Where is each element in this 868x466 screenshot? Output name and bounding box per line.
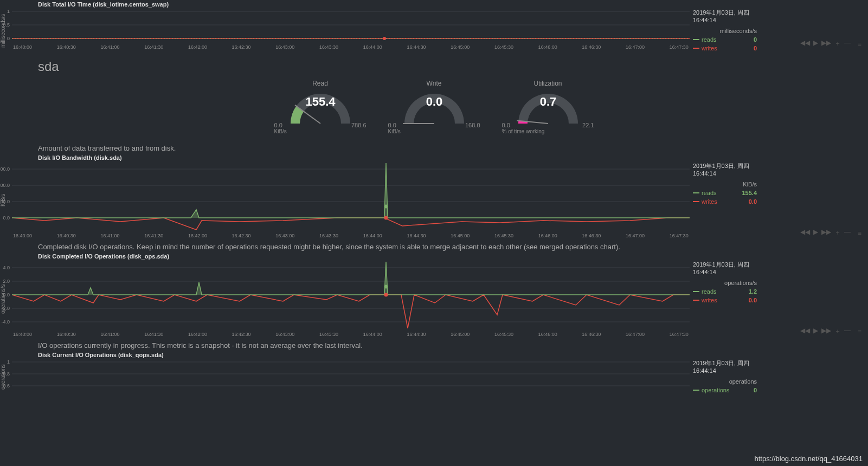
minus-icon[interactable]: —: [844, 327, 851, 336]
legend-swatch: [693, 291, 699, 292]
chart-controls: ◀◀ ▶ ▶▶ ＋ —: [800, 39, 851, 48]
gauge-label: Utilization: [502, 80, 594, 87]
legend-swatch: [693, 48, 699, 49]
y-axis-label: operations/s: [0, 261, 12, 337]
panel-bandwidth: Amount of data transferred to and from d…: [0, 144, 868, 238]
chart-title: Disk Current I/O Operations (disk_qops.s…: [38, 352, 868, 358]
gauge-arc: 0.7: [502, 88, 594, 126]
gauge-row: Read 155.4 0.0788.6 KiB/s Write 0.0 0.01…: [0, 80, 868, 134]
chart-controls: ◀◀ ▶ ▶▶ ＋ —: [800, 327, 851, 336]
x-axis: 16:40:0016:40:3016:41:0016:41:3016:42:00…: [12, 233, 690, 238]
forward-icon[interactable]: ▶▶: [821, 228, 831, 237]
legend-swatch: [693, 201, 699, 202]
gauge-utilization: Utilization 0.7 0.022.1 % of time workin…: [502, 80, 594, 134]
legend-item[interactable]: reads155.4: [693, 189, 757, 197]
forward-icon[interactable]: ▶▶: [821, 327, 831, 336]
rewind-icon[interactable]: ◀◀: [800, 228, 810, 237]
minus-icon[interactable]: —: [844, 39, 851, 48]
chart-controls: ◀◀ ▶ ▶▶ ＋ —: [800, 228, 851, 237]
chart-legend: 2019年1月03日, 周四 16:44:14 milliseconds/s r…: [690, 9, 760, 53]
legend-swatch: [693, 390, 699, 391]
chart-svg: [12, 261, 690, 328]
y-axis-label: milliseconds/s: [0, 9, 12, 53]
gauge-arc: 0.0: [388, 88, 480, 126]
legend-swatch: [693, 192, 699, 193]
chart-svg: [12, 9, 690, 41]
chart-svg: [12, 162, 690, 230]
minus-icon[interactable]: —: [844, 228, 851, 237]
legend-item[interactable]: writes0: [693, 44, 757, 53]
svg-text:0.7: 0.7: [539, 95, 556, 108]
legend-item[interactable]: writes0.0: [693, 197, 757, 206]
chart-legend: 2019年1月03日, 周四 16:44:14 operations/s rea…: [690, 261, 760, 337]
svg-text:0.0: 0.0: [426, 95, 442, 108]
chart-legend: 2019年1月03日, 周四 16:44:14 operations opera…: [690, 359, 760, 394]
chart-title: Disk I/O Bandwidth (disk.sda): [38, 154, 868, 161]
svg-point-21: [384, 293, 388, 297]
chart-plot-area[interactable]: 600.0 400.0 200.0 0.0 16:40:0016:40:3016…: [12, 162, 690, 238]
chart-plot-area[interactable]: 1 0.8 0.6: [12, 359, 690, 394]
drag-handle-icon[interactable]: ≡: [858, 41, 861, 47]
play-icon[interactable]: ▶: [813, 39, 818, 48]
gauge-write: Write 0.0 0.0168.0 KiB/s: [388, 80, 480, 134]
drag-handle-icon[interactable]: ≡: [858, 328, 861, 335]
svg-text:155.4: 155.4: [305, 95, 336, 108]
chart-plot-area[interactable]: 4.0 2.0 0.0 -2.0 -4.0 16:40:0016:40:3016…: [12, 261, 690, 337]
gauge-read: Read 155.4 0.0788.6 KiB/s: [274, 80, 367, 134]
panel-qops: I/O operations currently in progress. Th…: [0, 341, 868, 394]
svg-point-20: [384, 285, 388, 289]
chart-description: I/O operations currently in progress. Th…: [38, 341, 868, 350]
panel-ops: Completed disk I/O operations. Keep in m…: [0, 243, 868, 337]
plus-icon[interactable]: ＋: [834, 39, 841, 48]
legend-item[interactable]: operations0: [693, 386, 757, 394]
plus-icon[interactable]: ＋: [834, 228, 841, 237]
legend-item[interactable]: writes0.0: [693, 296, 757, 305]
svg-point-4: [383, 37, 386, 40]
drag-handle-icon[interactable]: ≡: [858, 230, 861, 236]
legend-swatch: [693, 300, 699, 301]
forward-icon[interactable]: ▶▶: [821, 39, 831, 48]
chart-title: Disk Total I/O Time (disk_iotime.centos_…: [38, 1, 868, 8]
svg-point-15: [384, 216, 388, 220]
gauge-label: Write: [388, 80, 480, 87]
x-axis: 16:40:0016:40:3016:41:0016:41:3016:42:00…: [12, 332, 690, 337]
chart-plot-area[interactable]: 1 0.5 0 16:40:0016:40:3016:41:0016:41:30…: [12, 9, 690, 53]
rewind-icon[interactable]: ◀◀: [800, 327, 810, 336]
legend-item[interactable]: reads1.2: [693, 287, 757, 296]
chart-description: Completed disk I/O operations. Keep in m…: [38, 243, 868, 251]
chart-svg: [12, 359, 690, 389]
chart-title: Disk Completed I/O Operations (disk_ops.…: [38, 253, 868, 260]
gauge-arc: 155.4: [274, 88, 367, 126]
panel-iotime: Disk Total I/O Time (disk_iotime.centos_…: [0, 1, 868, 53]
legend-item[interactable]: reads0: [693, 35, 757, 44]
gauge-label: Read: [274, 80, 367, 87]
section-title: sda: [38, 59, 868, 74]
rewind-icon[interactable]: ◀◀: [800, 39, 810, 48]
play-icon[interactable]: ▶: [813, 327, 818, 336]
chart-description: Amount of data transferred to and from d…: [38, 144, 868, 152]
plus-icon[interactable]: ＋: [834, 327, 841, 336]
svg-point-14: [384, 205, 388, 209]
legend-swatch: [693, 39, 699, 40]
chart-legend: 2019年1月03日, 周四 16:44:14 KiB/s reads155.4…: [690, 162, 760, 238]
play-icon[interactable]: ▶: [813, 228, 818, 237]
x-axis: 16:40:0016:40:3016:41:0016:41:3016:42:00…: [12, 44, 690, 50]
